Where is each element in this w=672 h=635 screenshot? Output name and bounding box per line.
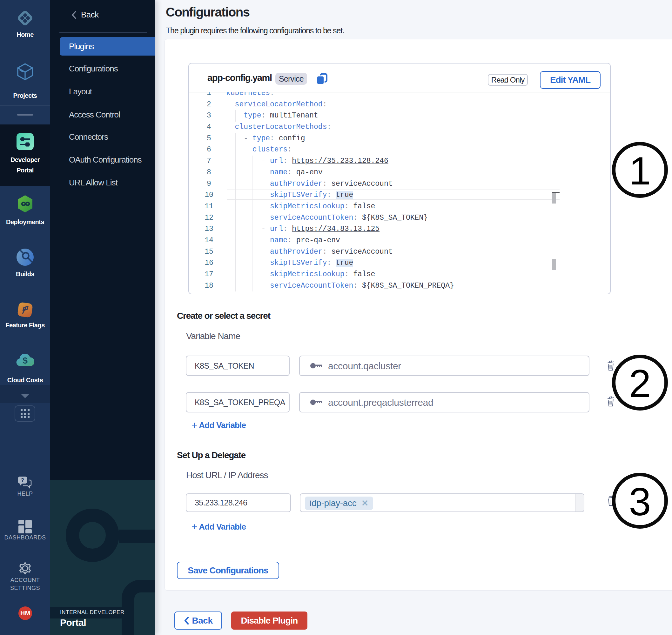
svg-text:?: ? (21, 478, 24, 483)
svg-text:$: $ (23, 356, 28, 366)
